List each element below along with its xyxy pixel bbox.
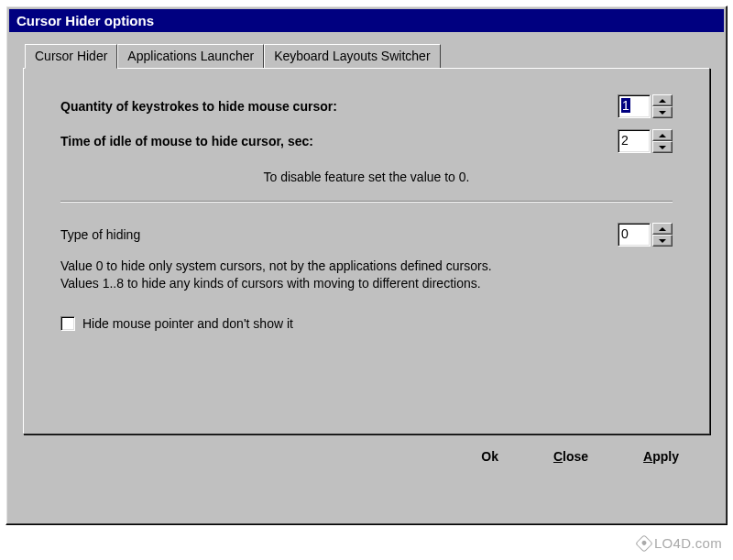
keystrokes-label: Quantity of keystrokes to hide mouse cur…: [60, 99, 618, 114]
keystrokes-input[interactable]: 1: [618, 94, 651, 118]
tab-label: Applications Launcher: [127, 49, 254, 63]
tab-applications-launcher[interactable]: Applications Launcher: [117, 44, 264, 68]
hiding-type-input[interactable]: 0: [618, 223, 651, 247]
idle-spin-down[interactable]: [652, 141, 673, 153]
row-hiding-type: Type of hiding 0: [60, 223, 673, 247]
watermark-icon: [635, 534, 653, 553]
keystrokes-spin-buttons: [652, 94, 673, 118]
hiding-type-label: Type of hiding: [60, 227, 618, 242]
close-button[interactable]: Close: [553, 449, 588, 464]
dialog-buttons: Ok Close Apply: [23, 434, 710, 469]
tab-strip: Cursor Hider Applications Launcher Keybo…: [25, 44, 710, 68]
hiding-type-spin-down[interactable]: [652, 235, 673, 247]
keystrokes-value: 1: [621, 98, 630, 113]
idle-spinner: 2: [618, 129, 673, 153]
hide-pointer-checkbox[interactable]: [60, 316, 75, 331]
tab-panel-cursor-hider: Quantity of keystrokes to hide mouse cur…: [23, 68, 710, 434]
hiding-type-spinner: 0: [618, 223, 673, 247]
idle-spin-buttons: [652, 129, 673, 153]
row-idle: Time of idle of mouse to hide cursor, se…: [60, 129, 673, 153]
arrow-down-icon: [659, 146, 666, 149]
dialog-window: Cursor Hider options Cursor Hider Applic…: [5, 5, 728, 525]
desc-line2: Values 1..8 to hide any kinds of cursors…: [60, 276, 481, 291]
apply-button[interactable]: Apply: [643, 449, 679, 464]
idle-input[interactable]: 2: [618, 129, 651, 153]
desc-line1: Value 0 to hide only system cursors, not…: [60, 258, 492, 273]
keystrokes-spin-down[interactable]: [652, 106, 673, 118]
row-keystrokes: Quantity of keystrokes to hide mouse cur…: [60, 94, 673, 118]
tab-keyboard-layouts-switcher[interactable]: Keyboard Layouts Switcher: [264, 44, 440, 68]
watermark: LO4D.com: [638, 535, 722, 551]
arrow-up-icon: [659, 99, 666, 103]
arrow-down-icon: [659, 239, 666, 243]
close-rest: lose: [563, 449, 588, 464]
hiding-type-value: 0: [621, 226, 629, 241]
apply-rest: pply: [652, 449, 679, 464]
hide-pointer-row: Hide mouse pointer and don't show it: [60, 316, 673, 331]
window-title: Cursor Hider options: [16, 13, 154, 28]
apply-accel: A: [643, 449, 652, 464]
tab-cursor-hider[interactable]: Cursor Hider: [25, 44, 117, 69]
titlebar: Cursor Hider options: [9, 9, 724, 32]
idle-label: Time of idle of mouse to hide cursor, se…: [60, 134, 618, 148]
idle-spin-up[interactable]: [652, 129, 673, 141]
close-accel: C: [553, 449, 563, 464]
hiding-type-spin-buttons: [652, 223, 673, 247]
keystrokes-spinner: 1: [618, 94, 673, 118]
disable-hint: To disable feature set the value to 0.: [60, 170, 673, 184]
tab-label: Cursor Hider: [35, 49, 107, 63]
arrow-up-icon: [659, 227, 666, 231]
content-area: Cursor Hider Applications Launcher Keybo…: [6, 35, 727, 475]
ok-button[interactable]: Ok: [481, 449, 498, 464]
hide-pointer-label: Hide mouse pointer and don't show it: [82, 316, 293, 331]
hiding-type-spin-up[interactable]: [652, 223, 673, 235]
separator: [60, 201, 673, 203]
arrow-down-icon: [659, 111, 666, 115]
watermark-text: LO4D.com: [654, 535, 722, 551]
keystrokes-spin-up[interactable]: [652, 94, 673, 106]
idle-value: 2: [621, 133, 629, 148]
tab-label: Keyboard Layouts Switcher: [274, 49, 430, 63]
arrow-up-icon: [659, 134, 666, 137]
hiding-type-description: Value 0 to hide only system cursors, not…: [60, 258, 673, 292]
ok-label: Ok: [481, 449, 498, 464]
